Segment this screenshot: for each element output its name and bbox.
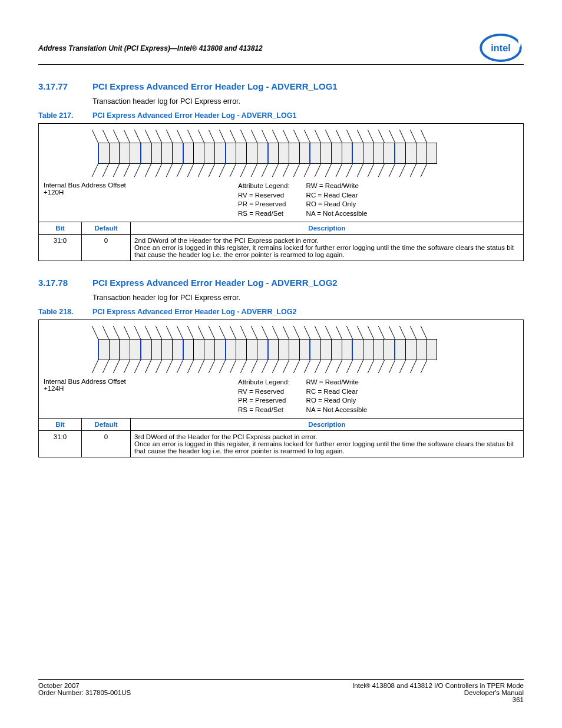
- section-heading: 3.17.77 PCI Express Advanced Error Heade…: [38, 81, 524, 91]
- bit-slants-top: [98, 326, 437, 339]
- offset-label: Internal Bus Address Offset: [44, 182, 238, 189]
- col-bit: Bit: [39, 419, 82, 431]
- table-title: PCI Express Advanced Error Header Log - …: [92, 308, 296, 316]
- legend-item: NA = Not Accessible: [306, 406, 368, 415]
- legend-item: RV = Reserved: [238, 387, 290, 397]
- col-default: Default: [82, 222, 131, 235]
- col-bit: Bit: [39, 222, 82, 235]
- section-title: PCI Express Advanced Error Header Log - …: [92, 81, 338, 91]
- footer-manual: Developer's Manual: [464, 689, 524, 696]
- legend-item: PR = Preserved: [238, 200, 290, 209]
- register-table: Bit Default Description 31:0 0 3rd DWord…: [38, 418, 524, 457]
- table-caption: Table 217. PCI Express Advanced Error He…: [38, 111, 524, 120]
- offset-label: Internal Bus Address Offset: [44, 378, 238, 385]
- register-table: Bit Default Description 31:0 0 2nd DWord…: [38, 222, 524, 261]
- offset-value: +120H: [44, 189, 238, 196]
- legend-item: RV = Reserved: [238, 191, 290, 200]
- cell-default: 0: [82, 431, 131, 457]
- bit-strip: [98, 339, 437, 360]
- intel-logo: intel: [478, 32, 524, 63]
- bit-strip: [98, 143, 437, 164]
- cell-default: 0: [82, 235, 131, 261]
- legend-item: RW = Read/Write: [306, 182, 368, 191]
- legend-title: Attribute Legend:: [238, 182, 290, 191]
- legend-item: RC = Read Clear: [306, 387, 368, 397]
- legend-item: RO = Read Only: [306, 396, 368, 406]
- cell-description: 2nd DWord of the Header for the PCI Expr…: [131, 235, 524, 261]
- section-number: 3.17.78: [38, 278, 92, 288]
- attribute-legend: Attribute Legend: RV = Reserved PR = Pre…: [238, 182, 367, 218]
- section-heading: 3.17.78 PCI Express Advanced Error Heade…: [38, 278, 524, 288]
- table-number: Table 217.: [38, 111, 92, 120]
- page-footer: October 2007 Intel® 413808 and 413812 I/…: [38, 678, 524, 703]
- legend-item: RS = Read/Set: [238, 406, 290, 415]
- legend-item: RW = Read/Write: [306, 378, 368, 387]
- legend-item: NA = Not Accessible: [306, 209, 368, 219]
- footer-date: October 2007: [38, 682, 80, 689]
- section-number: 3.17.77: [38, 81, 92, 91]
- bit-slants-bot: [98, 360, 437, 373]
- section-title: PCI Express Advanced Error Header Log - …: [92, 278, 338, 288]
- section-body: Transaction header log for PCI Express e…: [92, 97, 524, 106]
- table-title: PCI Express Advanced Error Header Log - …: [92, 111, 296, 120]
- cell-description: 3rd DWord of the Header for the PCI Expr…: [131, 431, 524, 457]
- page-number: 361: [513, 696, 524, 703]
- bit-slants-top: [98, 130, 437, 143]
- col-description: Description: [131, 419, 524, 431]
- legend-title: Attribute Legend:: [238, 378, 290, 387]
- legend-item: RO = Read Only: [306, 200, 368, 209]
- section-body: Transaction header log for PCI Express e…: [92, 294, 524, 302]
- svg-text:intel: intel: [491, 42, 510, 53]
- cell-bit: 31:0: [39, 431, 82, 457]
- table-row: 31:0 0 2nd DWord of the Header for the P…: [39, 235, 524, 261]
- register-diagram: Internal Bus Address Offset +124H Attrib…: [38, 319, 524, 418]
- register-diagram: Internal Bus Address Offset +120H Attrib…: [38, 123, 524, 222]
- page-header: Address Translation Unit (PCI Express)—I…: [38, 32, 524, 63]
- bit-slants-bot: [98, 164, 437, 177]
- table-number: Table 218.: [38, 308, 92, 316]
- footer-product: Intel® 413808 and 413812 I/O Controllers…: [352, 682, 524, 689]
- col-description: Description: [131, 222, 524, 235]
- cell-bit: 31:0: [39, 235, 82, 261]
- col-default: Default: [82, 419, 131, 431]
- legend-item: PR = Preserved: [238, 396, 290, 406]
- attribute-legend: Attribute Legend: RV = Reserved PR = Pre…: [238, 378, 367, 414]
- running-title: Address Translation Unit (PCI Express)—I…: [38, 32, 263, 52]
- table-caption: Table 218. PCI Express Advanced Error He…: [38, 308, 524, 316]
- offset-value: +124H: [44, 385, 238, 392]
- legend-item: RS = Read/Set: [238, 209, 290, 219]
- legend-item: RC = Read Clear: [306, 191, 368, 200]
- header-rule: [38, 64, 524, 65]
- table-row: 31:0 0 3rd DWord of the Header for the P…: [39, 431, 524, 457]
- footer-order: Order Number: 317805-001US: [38, 689, 131, 696]
